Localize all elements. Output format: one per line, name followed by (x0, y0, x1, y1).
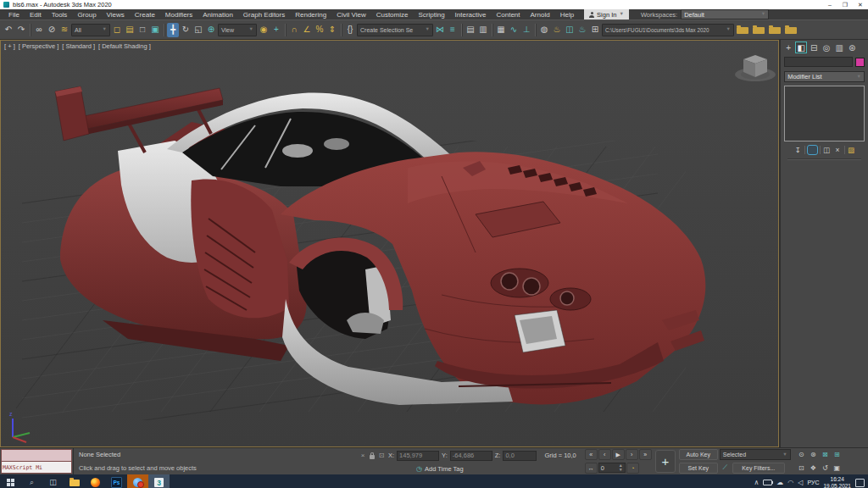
set-key-button[interactable]: Set Key (679, 463, 718, 474)
menu-interactive[interactable]: Interactive (450, 9, 492, 19)
workspace-dropdown[interactable]: Default ▼ (681, 9, 769, 19)
menu-rendering[interactable]: Rendering (290, 9, 331, 19)
notification-app-button[interactable] (127, 474, 148, 488)
maximize-button[interactable]: ❐ (837, 0, 853, 9)
snaps-toggle-icon[interactable]: ∩ (288, 23, 300, 37)
go-to-end-icon[interactable]: » (639, 449, 652, 460)
maxscript-listener-field[interactable]: MAXScript Mi (1, 462, 72, 474)
auto-key-button[interactable]: Auto Key (679, 449, 718, 460)
layer-explorer-icon[interactable]: ▥ (477, 23, 489, 37)
menu-create[interactable]: Create (130, 9, 160, 19)
menu-customize[interactable]: Customize (371, 9, 414, 19)
start-button[interactable] (0, 474, 21, 488)
tray-onedrive-icon[interactable]: ☁ (776, 480, 783, 486)
rendered-frame-icon[interactable]: ◫ (564, 23, 576, 37)
select-move-icon[interactable]: ╋ (167, 23, 179, 37)
key-mode-toggle[interactable]: ↔ (585, 463, 598, 474)
orbit-icon[interactable]: ↺ (820, 463, 831, 473)
tray-chevron-icon[interactable]: ∧ (754, 480, 759, 486)
previous-frame-icon[interactable]: ‹ (598, 449, 611, 460)
menu-views[interactable]: Views (102, 9, 130, 19)
firefox-button[interactable] (85, 474, 106, 488)
tab-display[interactable]: ▥ (833, 42, 845, 53)
ribbon-toggle-icon[interactable]: ▦ (495, 23, 507, 37)
isolate-selection-icon[interactable]: × (359, 452, 367, 460)
show-end-result-icon[interactable] (807, 145, 818, 155)
project-folder-dropdown[interactable]: C:\Users\FUGU1\Documents\3ds Max 2020▼ (602, 24, 734, 36)
zoom-icon[interactable]: ⊙ (796, 450, 807, 459)
tab-hierarchy[interactable]: ⊟ (808, 42, 820, 53)
tray-battery-icon[interactable] (763, 480, 772, 485)
select-rotate-icon[interactable]: ↻ (180, 23, 192, 37)
y-coordinate-field[interactable]: -64,686 (450, 451, 492, 461)
perspective-viewport[interactable]: [ + ] [ Perspective ] [ Standard ] [ Def… (0, 40, 779, 447)
macro-recorder-field[interactable] (1, 449, 72, 462)
pin-stack-icon[interactable]: ↧ (793, 145, 803, 155)
task-view-button[interactable]: ◫ (42, 474, 64, 488)
remove-modifier-icon[interactable]: × (833, 145, 843, 155)
select-scale-icon[interactable]: ◱ (192, 23, 204, 37)
selection-lock-icon[interactable] (370, 455, 375, 459)
scene-explorer-icon[interactable]: ▤ (465, 23, 476, 37)
photoshop-button[interactable]: Ps (106, 474, 127, 488)
menu-file[interactable]: File (3, 9, 25, 19)
selection-filter-dropdown[interactable]: All▼ (71, 24, 110, 36)
sign-in-button[interactable]: Sign In ▼ (584, 9, 629, 19)
use-pivot-icon[interactable]: ◉ (258, 23, 270, 37)
menu-arnold[interactable]: Arnold (526, 9, 555, 19)
close-button[interactable]: ✕ (853, 0, 868, 9)
menu-modifiers[interactable]: Modifiers (160, 9, 198, 19)
menu-content[interactable]: Content (492, 9, 526, 19)
zoom-all-icon[interactable]: ⊛ (808, 450, 819, 459)
select-object-icon[interactable]: ◻ (111, 23, 123, 37)
time-configuration-button[interactable]: ◔ (626, 463, 639, 474)
z-coordinate-field[interactable]: 0,0 (503, 451, 537, 461)
play-icon[interactable]: ▶ (612, 449, 625, 460)
pan-icon[interactable]: ❖ (808, 463, 819, 473)
next-frame-icon[interactable]: › (626, 449, 638, 460)
frame-spinner[interactable]: ▲▼ (619, 463, 623, 472)
menu-help[interactable]: Help (555, 9, 579, 19)
create-selection-set-dropdown[interactable]: Create Selection Se▼ (357, 24, 433, 36)
select-manipulate-icon[interactable]: + (270, 23, 282, 37)
object-name-field[interactable] (784, 57, 853, 67)
go-to-start-icon[interactable]: « (585, 449, 598, 460)
key-selection-dropdown[interactable]: Selected ▼ (720, 449, 791, 460)
tab-utilities[interactable]: ⊛ (846, 42, 858, 53)
zoom-region-icon[interactable]: ⊡ (796, 463, 807, 473)
rect-selection-icon[interactable]: □ (136, 23, 148, 37)
3ds-max-button[interactable]: 3 (148, 474, 170, 488)
x-coordinate-field[interactable]: 145,979 (397, 451, 439, 461)
viewport-menu-renderer[interactable]: [ Standard ] (62, 42, 95, 50)
file-explorer-button[interactable] (64, 474, 85, 488)
bind-spacewarp-icon[interactable]: ≋ (58, 23, 70, 37)
unlink-selection-icon[interactable]: ⊘ (46, 23, 58, 37)
menu-edit[interactable]: Edit (25, 9, 47, 19)
menu-scripting[interactable]: Scripting (413, 9, 449, 19)
select-place-icon[interactable]: ⊕ (205, 23, 217, 37)
material-editor-icon[interactable]: ◍ (538, 23, 550, 37)
mirror-icon[interactable]: ⋈ (434, 23, 446, 37)
maximize-viewport-icon[interactable]: ▣ (832, 463, 843, 473)
tray-clock[interactable]: 16:24 19.05.2021 (823, 476, 851, 488)
menu-graph-editors[interactable]: Graph Editors (238, 9, 290, 19)
spinner-snap-icon[interactable]: ⇕ (326, 23, 338, 37)
viewport-menu-shading[interactable]: [ Default Shading ] (98, 42, 151, 50)
window-crossing-icon[interactable]: ▣ (149, 23, 161, 37)
set-keys-button[interactable]: + (655, 450, 676, 473)
select-link-icon[interactable]: ∞ (33, 23, 45, 37)
make-unique-icon[interactable]: ◫ (822, 145, 832, 155)
coordinate-system-dropdown[interactable]: View▼ (218, 24, 257, 36)
schematic-view-icon[interactable]: ⊥ (520, 23, 532, 37)
redo-icon[interactable]: ↷ (15, 23, 27, 37)
select-by-name-icon[interactable]: ▤ (124, 23, 136, 37)
import-project-folder-icon[interactable] (785, 27, 797, 34)
tray-network-icon[interactable]: ◠ (787, 480, 793, 486)
viewport-menu-pov[interactable]: [ Perspective ] (19, 42, 59, 50)
tab-modify[interactable]: ◧ (795, 42, 807, 53)
zoom-extents-icon[interactable]: ⊠ (820, 450, 831, 459)
add-time-tag-button[interactable]: Add Time Tag (425, 465, 464, 473)
modifier-list-dropdown[interactable]: Modifier List ▼ (784, 71, 865, 82)
tray-language[interactable]: РУС (807, 480, 819, 485)
menu-group[interactable]: Group (72, 9, 101, 19)
